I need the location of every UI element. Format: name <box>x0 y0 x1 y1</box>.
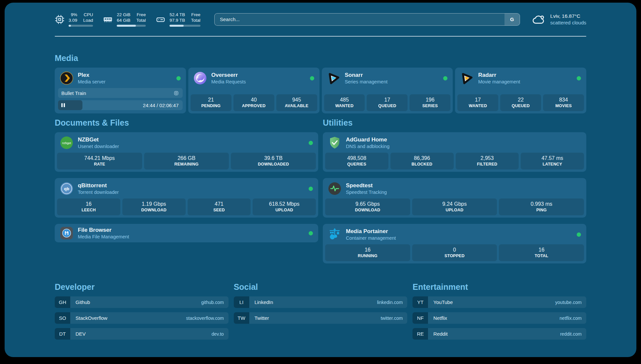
cpu-labels: CPU Load <box>83 12 93 23</box>
app-description: Media Requests <box>211 79 305 84</box>
section-title-entertainment: Entertainment <box>412 282 586 292</box>
stat-label: SEED <box>189 208 250 212</box>
stat-tile: 0.993 ms PING <box>499 198 584 215</box>
app-description: Speedtest Tracking <box>346 190 581 195</box>
documents-column: Documents & Files nzbget <box>55 118 318 263</box>
bookmark-twitter[interactable]: TW Twitter twitter.com <box>234 312 408 324</box>
stat-tiles: 16 RUNNING 0 STOPPED 16 TOTAL <box>323 244 586 263</box>
app-title: Speedtest <box>346 182 581 189</box>
app-description: Usenet downloader <box>78 144 304 149</box>
stat-label: RUNNING <box>326 254 409 258</box>
dashboard-content: 9% 3.09 CPU Load <box>5 3 636 343</box>
radarr-icon <box>460 72 473 85</box>
bookmark-url: reddit.com <box>560 331 582 337</box>
stat-tile: 86,396 BLOCKED <box>390 153 454 169</box>
portainer-card[interactable]: Media Portainer Container management 16 … <box>323 224 586 263</box>
cpu-widget: 9% 3.09 CPU Load <box>55 12 93 27</box>
bookmarks-grid: Developer GH Github github.com SO StackO… <box>55 282 586 340</box>
stat-tiles: 16 LEECH 1.19 Gbps DOWNLOAD 471 SEED <box>55 198 318 218</box>
bookmark-linkedin[interactable]: LI LinkedIn linkedin.com <box>234 296 408 308</box>
stat-label: PING <box>500 208 583 212</box>
overseerr-card[interactable]: Overseerr Media Requests 21 PENDING 40 A… <box>188 68 320 113</box>
stat-label: QUEUED <box>368 104 406 108</box>
bookmark-abbr: LI <box>234 296 249 308</box>
stat-tile: 1.19 Gbps DOWNLOAD <box>122 198 186 215</box>
bookmark-name: Netflix <box>433 315 560 321</box>
status-dot <box>176 76 181 80</box>
stat-label: MOVIES <box>544 104 583 108</box>
svg-text:nzbget: nzbget <box>62 141 71 145</box>
status-dot <box>443 76 447 80</box>
app-description: Media File Management <box>78 234 304 239</box>
disk-values: 52.4 TB 97.9 TB <box>169 12 185 23</box>
stat-label: LEECH <box>58 208 119 212</box>
stat-value: 16 <box>500 247 583 253</box>
status-dot <box>309 187 313 191</box>
bookmark-abbr: DT <box>55 328 70 340</box>
cloud-icon <box>532 13 546 26</box>
bookmark-youtube[interactable]: YT YouTube youtube.com <box>412 296 586 308</box>
dashboard-canvas: 9% 3.09 CPU Load <box>5 3 636 357</box>
app-title: qBittorrent <box>78 182 304 189</box>
bookmarks-social: Social LI LinkedIn linkedin.com TW Twitt… <box>234 282 408 340</box>
filebrowser-card[interactable]: File Browser Media File Management <box>55 224 318 242</box>
nzbget-card[interactable]: nzbget NZBGet Usenet downloader 74 <box>55 132 318 172</box>
bookmark-stackoverflow[interactable]: SO StackOverflow stackoverflow.com <box>55 312 229 324</box>
app-title: Media Portainer <box>346 228 572 235</box>
stat-value: 196 <box>411 97 449 103</box>
section-title-developer: Developer <box>55 282 229 292</box>
stat-label: TOTAL <box>500 254 583 258</box>
stat-label: UPLOAD <box>254 208 315 212</box>
svg-text:qb: qb <box>64 186 69 191</box>
bookmark-abbr: SO <box>55 312 70 324</box>
stat-tile: 9.65 Gbps DOWNLOAD <box>325 198 410 215</box>
sonarr-card[interactable]: Sonarr Series management 485 WANTED 17 Q… <box>322 68 453 113</box>
stat-label: FILTERED <box>457 162 518 167</box>
qbittorrent-card[interactable]: qb qBittorrent Torrent downloader <box>55 178 318 218</box>
cpu-icon <box>55 15 65 24</box>
bookmark-abbr: YT <box>412 296 428 308</box>
ram-icon <box>103 15 113 24</box>
stat-label: REMAINING <box>145 162 228 167</box>
stat-label: BLOCKED <box>392 162 452 167</box>
stat-value: 1.19 Gbps <box>124 201 184 207</box>
plex-card[interactable]: Plex Media server Bullet Train <box>55 68 186 113</box>
header-divider <box>55 36 586 37</box>
top-bar: 9% 3.09 CPU Load <box>55 12 586 27</box>
sonarr-icon <box>327 72 340 85</box>
stat-value: 0.993 ms <box>500 201 583 207</box>
search-input[interactable] <box>214 13 520 26</box>
app-description: Media server <box>78 79 172 84</box>
stat-value: 0 <box>413 247 496 253</box>
stat-label: AVAILABLE <box>278 104 316 108</box>
nzbget-icon: nzbget <box>60 136 73 149</box>
section-title-utilities: Utilities <box>323 118 586 128</box>
plex-icon <box>60 72 73 85</box>
stat-label: PENDING <box>192 104 230 108</box>
stat-value: 86,396 <box>392 155 452 161</box>
speedtest-card[interactable]: Speedtest Speedtest Tracking 9.65 Gbps D… <box>323 178 586 218</box>
adguard-card[interactable]: AdGuard Home DNS and adblocking 498,508 … <box>323 132 586 172</box>
search-provider-button[interactable]: G <box>504 14 520 25</box>
app-description: Movie management <box>478 79 572 84</box>
stat-value: 618.52 Mbps <box>254 201 315 207</box>
disk-labels: Free Total <box>191 12 200 23</box>
bookmark-dev[interactable]: DT DEV dev.to <box>55 328 229 340</box>
app-description: Series management <box>345 79 439 84</box>
status-dot <box>309 141 313 145</box>
cpu-loadavg: 3.09 <box>69 17 77 23</box>
bookmark-github[interactable]: GH Github github.com <box>55 296 229 308</box>
radarr-card[interactable]: Radarr Movie management 17 WANTED 22 QUE… <box>455 68 586 113</box>
stat-label: DOWNLOAD <box>124 208 184 212</box>
stat-label: QUERIES <box>326 162 387 167</box>
bookmark-name: StackOverflow <box>76 315 186 321</box>
stat-tiles: 21 PENDING 40 APPROVED 945 AVAILABLE <box>188 94 320 113</box>
bookmark-netflix[interactable]: NF Netflix netflix.com <box>412 312 586 324</box>
stat-value: 744.21 Mbps <box>58 155 141 161</box>
stat-value: 266 GB <box>145 155 228 161</box>
bookmark-reddit[interactable]: RE Reddit reddit.com <box>412 328 586 340</box>
middle-columns: Documents & Files nzbget <box>55 118 586 263</box>
cpu-percent: 9% <box>69 12 77 17</box>
bookmark-name: LinkedIn <box>255 299 377 305</box>
plex-now-playing-title: Bullet Train <box>61 90 173 96</box>
